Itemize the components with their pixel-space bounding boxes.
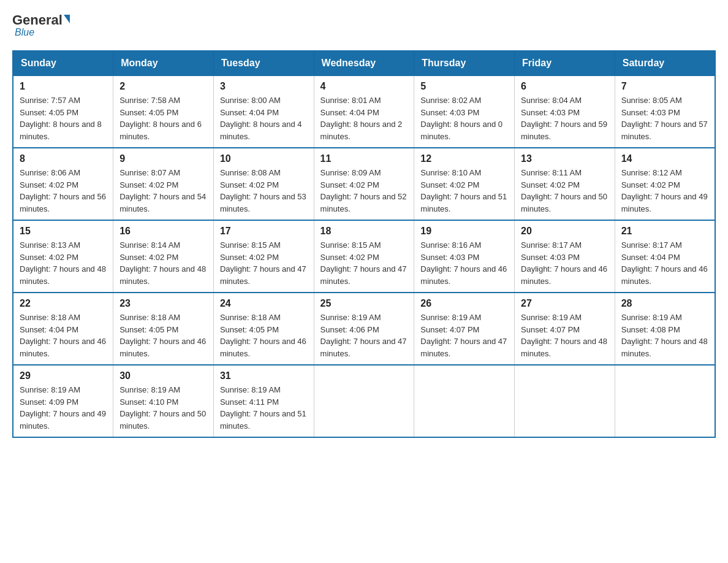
day-number: 10 bbox=[220, 153, 308, 164]
day-number: 5 bbox=[420, 81, 508, 92]
day-number: 6 bbox=[521, 81, 609, 92]
day-number: 23 bbox=[119, 298, 207, 309]
day-info: Sunrise: 8:19 AMSunset: 4:07 PMDaylight:… bbox=[521, 312, 609, 359]
calendar-cell: 1Sunrise: 7:57 AMSunset: 4:05 PMDaylight… bbox=[13, 75, 113, 148]
day-info: Sunrise: 8:18 AMSunset: 4:04 PMDaylight:… bbox=[20, 312, 107, 359]
day-info: Sunrise: 8:00 AMSunset: 4:04 PMDaylight:… bbox=[220, 94, 308, 142]
day-number: 31 bbox=[220, 370, 308, 381]
calendar-cell: 9Sunrise: 8:07 AMSunset: 4:02 PMDaylight… bbox=[113, 148, 214, 220]
calendar-cell: 23Sunrise: 8:18 AMSunset: 4:05 PMDayligh… bbox=[113, 293, 214, 365]
day-info: Sunrise: 8:18 AMSunset: 4:05 PMDaylight:… bbox=[220, 312, 308, 359]
page-header: General Blue bbox=[12, 12, 716, 38]
calendar-cell: 20Sunrise: 8:17 AMSunset: 4:03 PMDayligh… bbox=[515, 220, 615, 293]
day-info: Sunrise: 8:05 AMSunset: 4:03 PMDaylight:… bbox=[621, 94, 708, 142]
calendar-cell: 19Sunrise: 8:16 AMSunset: 4:03 PMDayligh… bbox=[414, 220, 515, 293]
calendar-cell: 21Sunrise: 8:17 AMSunset: 4:04 PMDayligh… bbox=[615, 220, 715, 293]
day-number: 13 bbox=[521, 153, 609, 164]
day-info: Sunrise: 8:19 AMSunset: 4:08 PMDaylight:… bbox=[621, 312, 708, 359]
weekday-header-sunday: Sunday bbox=[13, 51, 113, 75]
calendar-cell bbox=[515, 365, 615, 437]
day-info: Sunrise: 8:09 AMSunset: 4:02 PMDaylight:… bbox=[320, 167, 408, 215]
day-info: Sunrise: 8:10 AMSunset: 4:02 PMDaylight:… bbox=[420, 167, 508, 215]
day-info: Sunrise: 8:08 AMSunset: 4:02 PMDaylight:… bbox=[220, 167, 308, 215]
calendar-cell: 5Sunrise: 8:02 AMSunset: 4:03 PMDaylight… bbox=[414, 75, 515, 148]
calendar-cell: 16Sunrise: 8:14 AMSunset: 4:02 PMDayligh… bbox=[113, 220, 214, 293]
weekday-header-friday: Friday bbox=[515, 51, 615, 75]
day-number: 22 bbox=[20, 298, 107, 309]
day-info: Sunrise: 8:19 AMSunset: 4:11 PMDaylight:… bbox=[220, 384, 308, 432]
day-number: 27 bbox=[521, 298, 609, 309]
calendar-cell: 27Sunrise: 8:19 AMSunset: 4:07 PMDayligh… bbox=[515, 293, 615, 365]
day-number: 30 bbox=[119, 370, 207, 381]
calendar-header-row: SundayMondayTuesdayWednesdayThursdayFrid… bbox=[13, 51, 715, 75]
day-info: Sunrise: 8:07 AMSunset: 4:02 PMDaylight:… bbox=[119, 167, 207, 215]
day-info: Sunrise: 8:12 AMSunset: 4:02 PMDaylight:… bbox=[621, 167, 708, 215]
day-info: Sunrise: 8:01 AMSunset: 4:04 PMDaylight:… bbox=[320, 94, 408, 142]
day-number: 21 bbox=[621, 226, 708, 237]
calendar-cell: 26Sunrise: 8:19 AMSunset: 4:07 PMDayligh… bbox=[414, 293, 515, 365]
day-number: 9 bbox=[119, 153, 207, 164]
calendar-cell: 18Sunrise: 8:15 AMSunset: 4:02 PMDayligh… bbox=[314, 220, 414, 293]
day-number: 19 bbox=[420, 226, 508, 237]
day-number: 8 bbox=[20, 153, 107, 164]
day-info: Sunrise: 7:58 AMSunset: 4:05 PMDaylight:… bbox=[119, 94, 207, 142]
day-number: 29 bbox=[20, 370, 107, 381]
weekday-header-wednesday: Wednesday bbox=[314, 51, 414, 75]
day-number: 16 bbox=[119, 226, 207, 237]
day-info: Sunrise: 8:19 AMSunset: 4:06 PMDaylight:… bbox=[320, 312, 408, 359]
calendar-cell: 4Sunrise: 8:01 AMSunset: 4:04 PMDaylight… bbox=[314, 75, 414, 148]
day-number: 7 bbox=[621, 81, 708, 92]
calendar-cell bbox=[615, 365, 715, 437]
calendar-cell: 6Sunrise: 8:04 AMSunset: 4:03 PMDaylight… bbox=[515, 75, 615, 148]
calendar-cell: 22Sunrise: 8:18 AMSunset: 4:04 PMDayligh… bbox=[13, 293, 113, 365]
logo-triangle-icon bbox=[64, 15, 70, 23]
day-info: Sunrise: 8:14 AMSunset: 4:02 PMDaylight:… bbox=[119, 239, 207, 287]
calendar-cell: 8Sunrise: 8:06 AMSunset: 4:02 PMDaylight… bbox=[13, 148, 113, 220]
logo-general-text: General bbox=[12, 12, 63, 28]
day-number: 12 bbox=[420, 153, 508, 164]
weekday-header-tuesday: Tuesday bbox=[213, 51, 314, 75]
day-info: Sunrise: 8:18 AMSunset: 4:05 PMDaylight:… bbox=[119, 312, 207, 359]
day-info: Sunrise: 8:19 AMSunset: 4:10 PMDaylight:… bbox=[119, 384, 207, 432]
calendar-cell: 10Sunrise: 8:08 AMSunset: 4:02 PMDayligh… bbox=[213, 148, 314, 220]
weekday-header-monday: Monday bbox=[113, 51, 214, 75]
calendar-cell: 25Sunrise: 8:19 AMSunset: 4:06 PMDayligh… bbox=[314, 293, 414, 365]
calendar-cell: 24Sunrise: 8:18 AMSunset: 4:05 PMDayligh… bbox=[213, 293, 314, 365]
day-info: Sunrise: 8:15 AMSunset: 4:02 PMDaylight:… bbox=[320, 239, 408, 287]
day-info: Sunrise: 8:06 AMSunset: 4:02 PMDaylight:… bbox=[20, 167, 107, 215]
day-number: 11 bbox=[320, 153, 408, 164]
calendar-cell: 29Sunrise: 8:19 AMSunset: 4:09 PMDayligh… bbox=[13, 365, 113, 437]
calendar-cell: 28Sunrise: 8:19 AMSunset: 4:08 PMDayligh… bbox=[615, 293, 715, 365]
calendar-cell: 17Sunrise: 8:15 AMSunset: 4:02 PMDayligh… bbox=[213, 220, 314, 293]
day-number: 20 bbox=[521, 226, 609, 237]
calendar-cell: 11Sunrise: 8:09 AMSunset: 4:02 PMDayligh… bbox=[314, 148, 414, 220]
calendar-cell: 31Sunrise: 8:19 AMSunset: 4:11 PMDayligh… bbox=[213, 365, 314, 437]
calendar-cell: 2Sunrise: 7:58 AMSunset: 4:05 PMDaylight… bbox=[113, 75, 214, 148]
calendar-cell: 15Sunrise: 8:13 AMSunset: 4:02 PMDayligh… bbox=[13, 220, 113, 293]
calendar-cell bbox=[314, 365, 414, 437]
day-info: Sunrise: 8:17 AMSunset: 4:03 PMDaylight:… bbox=[521, 239, 609, 287]
calendar-cell bbox=[414, 365, 515, 437]
day-info: Sunrise: 8:19 AMSunset: 4:09 PMDaylight:… bbox=[20, 384, 107, 432]
day-number: 18 bbox=[320, 226, 408, 237]
day-number: 26 bbox=[420, 298, 508, 309]
weekday-header-thursday: Thursday bbox=[414, 51, 515, 75]
logo-blue-text: Blue bbox=[15, 27, 34, 38]
day-number: 24 bbox=[220, 298, 308, 309]
day-info: Sunrise: 8:17 AMSunset: 4:04 PMDaylight:… bbox=[621, 239, 708, 287]
day-info: Sunrise: 8:04 AMSunset: 4:03 PMDaylight:… bbox=[521, 94, 609, 142]
calendar-cell: 7Sunrise: 8:05 AMSunset: 4:03 PMDaylight… bbox=[615, 75, 715, 148]
day-info: Sunrise: 8:19 AMSunset: 4:07 PMDaylight:… bbox=[420, 312, 508, 359]
day-info: Sunrise: 8:02 AMSunset: 4:03 PMDaylight:… bbox=[420, 94, 508, 142]
day-number: 2 bbox=[119, 81, 207, 92]
day-number: 4 bbox=[320, 81, 408, 92]
day-number: 15 bbox=[20, 226, 107, 237]
day-number: 14 bbox=[621, 153, 708, 164]
day-info: Sunrise: 8:15 AMSunset: 4:02 PMDaylight:… bbox=[220, 239, 308, 287]
day-info: Sunrise: 8:16 AMSunset: 4:03 PMDaylight:… bbox=[420, 239, 508, 287]
calendar-cell: 12Sunrise: 8:10 AMSunset: 4:02 PMDayligh… bbox=[414, 148, 515, 220]
logo: General Blue bbox=[12, 12, 70, 38]
day-number: 1 bbox=[20, 81, 107, 92]
day-info: Sunrise: 8:11 AMSunset: 4:02 PMDaylight:… bbox=[521, 167, 609, 215]
day-number: 25 bbox=[320, 298, 408, 309]
